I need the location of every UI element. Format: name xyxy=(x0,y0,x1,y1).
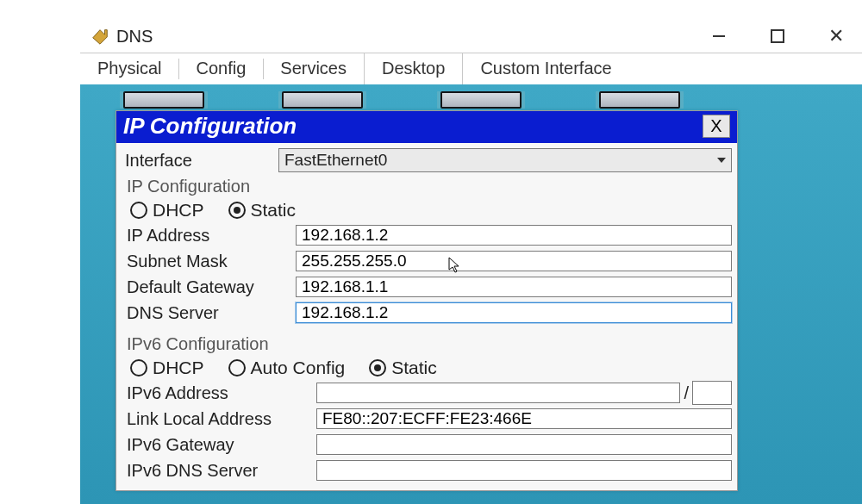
interface-label: Interface xyxy=(125,151,278,171)
ipv6-prefix-input[interactable] xyxy=(692,381,732,405)
default-gateway-label: Default Gateway xyxy=(127,277,296,297)
tab-config[interactable]: Config xyxy=(178,53,263,84)
ip-address-input[interactable] xyxy=(296,225,732,246)
ipv4-dhcp-radio[interactable]: DHCP xyxy=(130,200,204,221)
tab-bar: Physical Config Services Desktop Custom … xyxy=(80,53,862,85)
ipv4-static-radio[interactable]: Static xyxy=(228,200,297,221)
window-title: DNS xyxy=(116,27,153,47)
dns-server-label: DNS Server xyxy=(127,303,296,323)
chevron-down-icon xyxy=(717,158,726,163)
desktop-app-icon[interactable] xyxy=(282,91,363,109)
titlebar: DNS ✕ xyxy=(91,22,862,51)
radio-label: Static xyxy=(391,358,437,378)
ipv6-dns-input[interactable] xyxy=(316,460,732,481)
link-local-label: Link Local Address xyxy=(127,409,316,429)
close-icon: ✕ xyxy=(828,25,844,47)
dialog-close-button[interactable]: X xyxy=(703,115,730,138)
default-gateway-input[interactable] xyxy=(296,277,732,297)
ip-config-dialog: IP Configuration X Interface FastEtherne… xyxy=(116,110,738,491)
tab-custom-interface[interactable]: Custom Interface xyxy=(463,53,628,84)
ipv6-gateway-input[interactable] xyxy=(316,434,732,455)
desktop-app-icon[interactable] xyxy=(440,91,522,109)
app-icon xyxy=(91,27,109,46)
ipv6-address-label: IPv6 Address xyxy=(127,383,316,403)
ipv6-dhcp-radio[interactable]: DHCP xyxy=(130,358,204,378)
prefix-separator: / xyxy=(680,383,692,403)
close-button[interactable]: ✕ xyxy=(819,24,853,48)
subnet-mask-input[interactable] xyxy=(296,251,732,271)
interface-select[interactable]: FastEthernet0 xyxy=(278,148,732,172)
tab-physical[interactable]: Physical xyxy=(80,53,178,84)
tab-services[interactable]: Services xyxy=(263,53,364,84)
ipv4-section-title: IP Configuration xyxy=(127,177,732,196)
minimize-icon xyxy=(713,35,725,37)
desktop-app-icon[interactable] xyxy=(123,91,204,109)
subnet-mask-label: Subnet Mask xyxy=(127,252,296,271)
radio-label: Auto Config xyxy=(251,358,346,378)
tab-desktop[interactable]: Desktop xyxy=(364,53,463,85)
radio-label: DHCP xyxy=(153,358,204,378)
ipv6-auto-radio[interactable]: Auto Config xyxy=(228,358,346,378)
link-local-input[interactable] xyxy=(316,408,732,429)
ipv6-section-title: IPv6 Configuration xyxy=(127,334,732,354)
radio-label: Static xyxy=(251,200,297,221)
desktop-app-icon[interactable] xyxy=(599,91,680,109)
minimize-button[interactable] xyxy=(702,24,736,48)
dialog-title: IP Configuration xyxy=(123,113,297,140)
ip-address-label: IP Address xyxy=(127,226,296,246)
dns-server-input[interactable] xyxy=(296,302,732,323)
ipv6-gateway-label: IPv6 Gateway xyxy=(127,435,316,455)
radio-label: DHCP xyxy=(153,200,204,221)
maximize-button[interactable] xyxy=(760,24,795,48)
ipv6-static-radio[interactable]: Static xyxy=(369,358,437,378)
maximize-icon xyxy=(771,29,784,43)
ipv6-address-input[interactable] xyxy=(316,383,680,403)
ipv6-section: IPv6 Configuration DHCP Auto Config Stat… xyxy=(125,334,732,483)
interface-value: FastEthernet0 xyxy=(284,151,387,170)
ipv6-dns-label: IPv6 DNS Server xyxy=(127,461,316,481)
ipv4-section: IP Configuration DHCP Static IP Address … xyxy=(125,177,732,326)
